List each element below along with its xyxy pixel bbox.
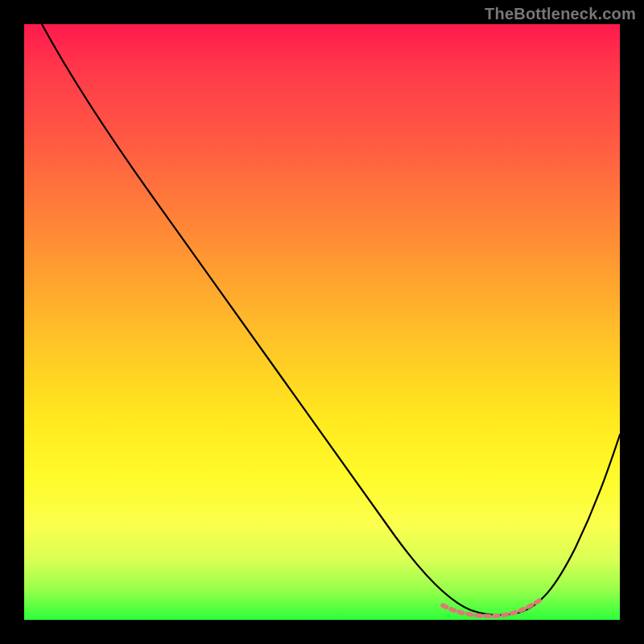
chart-frame: TheBottleneck.com <box>0 0 644 644</box>
watermark-text: TheBottleneck.com <box>485 5 636 23</box>
plot-area <box>24 24 620 620</box>
chart-svg <box>24 24 620 620</box>
bottleneck-curve <box>42 24 620 615</box>
